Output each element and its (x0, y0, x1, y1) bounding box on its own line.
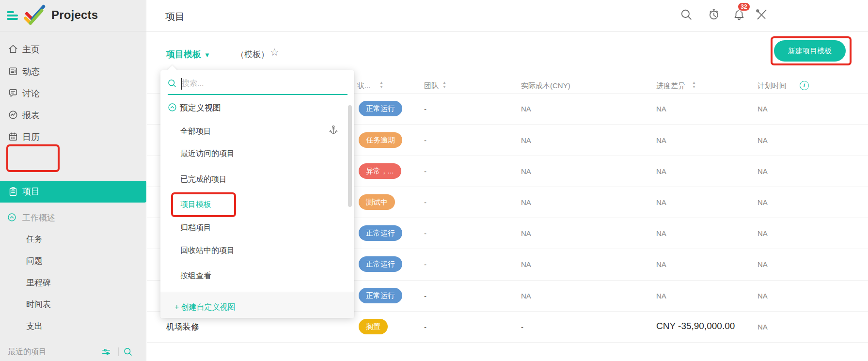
top-bar-brand-area: Projects (0, 0, 146, 31)
planned-cell: NA (758, 136, 768, 144)
home-icon (8, 44, 18, 54)
variance-cell: NA (656, 229, 666, 237)
sidebar-section-work-overview[interactable]: 工作概述 (0, 211, 146, 225)
col-header-planned[interactable]: 计划时间 (758, 81, 787, 91)
variance-cell: NA (656, 292, 666, 300)
team-cell: - (424, 260, 426, 268)
menu-item-completed-projects[interactable]: 已完成的项目 (160, 174, 347, 186)
col-header-cost[interactable]: 实际成本(CNY) (521, 81, 570, 91)
planned-cell: NA (758, 292, 768, 300)
caret-down-icon: ▼ (204, 51, 210, 59)
sidebar-item-feed[interactable]: 动态 (0, 64, 146, 79)
sidebar-item-tasks[interactable]: 任务 (26, 234, 43, 245)
sort-icon[interactable]: ▲▼ (379, 80, 384, 90)
sidebar-item-label: 动态 (22, 66, 40, 78)
menu-item-view-by-group[interactable]: 按组查看 (160, 271, 347, 283)
team-cell: - (424, 292, 426, 300)
pin-anchor-icon[interactable] (328, 125, 339, 136)
col-header-status[interactable]: 状... (357, 81, 371, 91)
menu-item-recent-projects[interactable]: 最近访问的项目 (160, 149, 347, 160)
team-cell: - (424, 105, 426, 113)
feed-icon (8, 66, 18, 77)
sidebar-item-reports[interactable]: 报表 (0, 108, 146, 123)
menu-toggle-icon[interactable] (7, 11, 18, 20)
status-badge: 任务逾期 (359, 132, 402, 148)
sidebar: 主页 动态 讨论 报表 日历 项目 工作概述 任务 问题 里程碑 时间表 支出 … (0, 31, 146, 361)
info-icon[interactable]: i (800, 81, 809, 90)
sidebar-item-projects-selected[interactable]: 项目 (0, 181, 146, 203)
cost-cell: NA (521, 198, 531, 206)
sort-icon[interactable]: ▲▼ (442, 80, 447, 90)
menu-search-input[interactable] (182, 76, 337, 91)
variance-cell: CNY -35,90,000.00 (656, 321, 735, 331)
planned-cell: NA (758, 105, 768, 113)
variance-cell: NA (656, 167, 666, 175)
menu-section-label: 预定义视图 (180, 102, 221, 113)
sidebar-item-expenses[interactable]: 支出 (26, 321, 43, 332)
cost-cell: NA (521, 105, 531, 113)
status-badge: 正常运行 (359, 256, 402, 272)
sort-icon[interactable]: ▲▼ (692, 80, 696, 90)
planned-cell: NA (758, 229, 768, 237)
project-name-link[interactable]: 机场装修 (166, 321, 199, 332)
status-badge: 正常运行 (359, 101, 402, 116)
view-picker-dropdown[interactable]: 项目模板▼ (166, 48, 210, 60)
recent-projects-label: 最近的项目 (8, 347, 47, 357)
team-cell: - (424, 167, 426, 175)
create-custom-view-link[interactable]: + 创建自定义视图 (174, 302, 236, 313)
filter-sliders-icon[interactable] (101, 346, 111, 357)
divider (118, 347, 119, 356)
col-header-variance[interactable]: 进度差异 (656, 81, 685, 91)
status-badge: 搁置 (359, 319, 388, 334)
projects-logo-icon (22, 3, 49, 28)
timer-icon[interactable] (708, 8, 720, 21)
sidebar-item-calendar[interactable]: 日历 (0, 130, 146, 144)
sidebar-item-milestones[interactable]: 里程碑 (26, 277, 51, 288)
sidebar-item-discuss[interactable]: 讨论 (0, 86, 146, 101)
cost-cell: NA (521, 167, 531, 175)
menu-item-trashed-projects[interactable]: 回收站中的项目 (160, 246, 347, 257)
variance-cell: NA (656, 198, 666, 206)
variance-cell: NA (656, 105, 666, 113)
sidebar-item-timesheet[interactable]: 时间表 (26, 299, 51, 310)
scrollbar-thumb[interactable] (348, 105, 352, 207)
cost-cell: NA (521, 292, 531, 300)
cost-cell: NA (521, 136, 531, 144)
chat-icon (8, 88, 18, 98)
text-cursor (181, 78, 182, 90)
sidebar-item-label: 讨论 (22, 88, 40, 99)
menu-caret (167, 65, 177, 76)
planned-cell: NA (758, 260, 768, 268)
search-icon[interactable] (680, 8, 693, 21)
chevron-up-circle-icon (167, 102, 177, 112)
sidebar-item-home[interactable]: 主页 (0, 42, 146, 57)
status-badge: 正常运行 (359, 225, 402, 241)
planned-cell: NA (758, 323, 768, 331)
planned-cell: NA (758, 198, 768, 206)
team-cell: - (424, 229, 426, 237)
variance-cell: NA (656, 260, 666, 268)
cost-cell: NA (521, 260, 531, 268)
search-underline (168, 94, 347, 95)
chevron-up-circle-icon (7, 212, 17, 222)
sidebar-item-issues[interactable]: 问题 (26, 255, 43, 267)
favorite-star-icon[interactable]: ☆ (270, 47, 279, 58)
status-badge: 正常运行 (359, 288, 402, 303)
team-cell: - (424, 198, 426, 206)
tools-icon[interactable] (755, 8, 768, 21)
new-project-template-button[interactable]: 新建项目模板 (774, 40, 846, 62)
sidebar-item-label: 报表 (22, 110, 40, 121)
view-picker-menu: 预定义视图 全部项目 最近访问的项目 已完成的项目 项目模板 归档项目 回收站中… (160, 70, 354, 318)
sidebar-section-label: 工作概述 (22, 212, 55, 223)
row-divider (147, 342, 868, 343)
menu-footer: + 创建自定义视图 (160, 292, 354, 318)
recent-search-icon[interactable] (123, 347, 133, 357)
menu-item-archived-projects[interactable]: 归档项目 (160, 223, 347, 235)
menu-item-all-projects[interactable]: 全部项目 (160, 126, 347, 138)
report-icon (8, 110, 18, 120)
page-title: 项目 (165, 10, 185, 23)
col-header-team[interactable]: 团队 (424, 81, 439, 91)
notification-badge: 32 (737, 2, 751, 12)
menu-item-project-templates-active[interactable]: 项目模板 (160, 200, 347, 211)
menu-section-predefined-views[interactable]: 预定义视图 (160, 101, 354, 114)
